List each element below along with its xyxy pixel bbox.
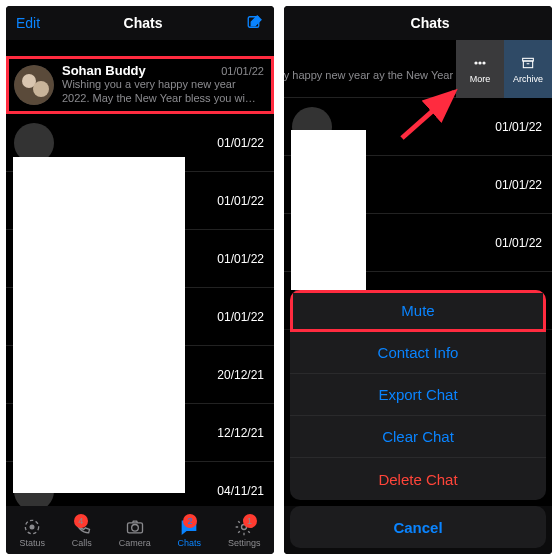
chat-time: 01/01/22 bbox=[217, 252, 264, 266]
edit-button[interactable]: Edit bbox=[16, 15, 40, 31]
chat-time: 01/01/22 bbox=[221, 65, 264, 77]
chat-time: 01/01/22 bbox=[495, 236, 542, 250]
badge: 4 bbox=[74, 514, 88, 528]
action-sheet: Mute Contact Info Export Chat Clear Chat… bbox=[290, 290, 546, 548]
chat-name: Sohan Buddy bbox=[62, 63, 146, 78]
svg-point-13 bbox=[483, 61, 485, 63]
tab-label: Calls bbox=[72, 538, 92, 548]
swipe-label: More bbox=[470, 74, 491, 84]
tab-settings[interactable]: Settings 1 bbox=[228, 517, 261, 548]
tab-chats[interactable]: Chats 2 bbox=[178, 517, 202, 548]
header-title: Chats bbox=[124, 15, 163, 31]
camera-icon bbox=[125, 517, 145, 537]
tab-label: Chats bbox=[178, 538, 202, 548]
chat-time: 20/12/21 bbox=[217, 368, 264, 382]
svg-point-11 bbox=[475, 61, 477, 63]
phone-right: Edit Chats Buddy 01/01/22 ou a very happ… bbox=[284, 6, 552, 554]
sheet-delete-chat[interactable]: Delete Chat bbox=[290, 458, 546, 500]
chat-time: 04/11/21 bbox=[217, 484, 264, 498]
sheet-contact-info[interactable]: Contact Info bbox=[290, 332, 546, 374]
status-icon bbox=[22, 517, 42, 537]
ellipsis-icon bbox=[472, 55, 488, 71]
phone-left: Edit Chats Sohan Buddy 01/01/22 Wishing … bbox=[6, 6, 274, 554]
tab-label: Settings bbox=[228, 538, 261, 548]
compose-button[interactable] bbox=[246, 13, 264, 34]
badge: 1 bbox=[243, 514, 257, 528]
chat-time: 01/01/22 bbox=[495, 178, 542, 192]
tab-camera[interactable]: Camera bbox=[119, 517, 151, 548]
tab-label: Camera bbox=[119, 538, 151, 548]
sheet-mute[interactable]: Mute bbox=[290, 290, 546, 332]
swipe-label: Archive bbox=[513, 74, 543, 84]
compose-icon bbox=[246, 13, 264, 31]
svg-point-12 bbox=[479, 61, 481, 63]
chat-time: 01/01/22 bbox=[217, 136, 264, 150]
chat-time: 12/12/21 bbox=[217, 426, 264, 440]
svg-point-7 bbox=[131, 524, 138, 531]
chat-time: 01/01/22 bbox=[495, 120, 542, 134]
header-title: Chats bbox=[411, 15, 450, 31]
tab-calls[interactable]: Calls 4 bbox=[72, 517, 92, 548]
chat-time: 01/01/22 bbox=[217, 310, 264, 324]
archive-icon bbox=[520, 55, 536, 71]
tab-label: Status bbox=[19, 538, 45, 548]
chats-header: Edit Chats bbox=[6, 6, 274, 40]
chat-row-sohan[interactable]: Sohan Buddy 01/01/22 Wishing you a very … bbox=[6, 56, 274, 114]
badge: 2 bbox=[183, 514, 197, 528]
chats-header: Edit Chats bbox=[284, 6, 552, 40]
redaction-block bbox=[291, 130, 366, 290]
chat-preview: Wishing you a very happy new year 2022. … bbox=[62, 78, 264, 106]
avatar bbox=[14, 65, 54, 105]
swipe-archive-button[interactable]: Archive bbox=[504, 40, 552, 98]
tab-bar: Status Calls 4 Camera Chats 2 Settings 1 bbox=[6, 506, 274, 554]
tab-status[interactable]: Status bbox=[19, 517, 45, 548]
sheet-export-chat[interactable]: Export Chat bbox=[290, 374, 546, 416]
redaction-block bbox=[13, 157, 185, 493]
chat-time: 01/01/22 bbox=[217, 194, 264, 208]
sheet-cancel[interactable]: Cancel bbox=[290, 506, 546, 548]
swipe-actions: More Archive bbox=[456, 40, 552, 98]
svg-rect-15 bbox=[523, 61, 532, 68]
swipe-more-button[interactable]: More bbox=[456, 40, 504, 98]
svg-point-5 bbox=[30, 524, 35, 529]
svg-point-3 bbox=[33, 81, 49, 97]
sheet-clear-chat[interactable]: Clear Chat bbox=[290, 416, 546, 458]
